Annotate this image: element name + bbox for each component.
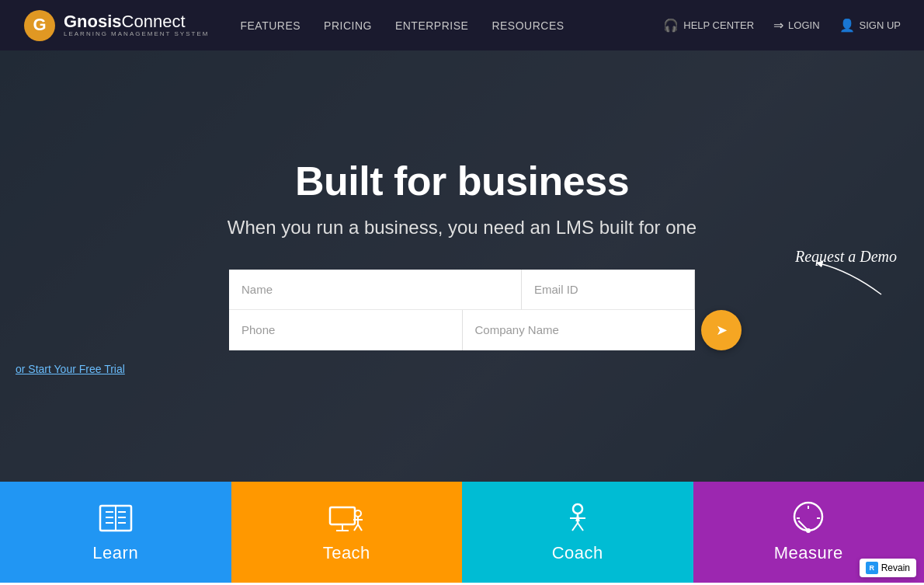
help-center-label: HELP CENTER xyxy=(683,19,754,31)
svg-point-26 xyxy=(806,528,811,533)
learn-label: Learn xyxy=(92,543,138,563)
nav-links: FEATURES PRICING ENTERPRISE RESOURCES xyxy=(240,19,663,32)
hero-section: Built for business When you run a busine… xyxy=(0,50,924,482)
tab-learn[interactable]: Learn xyxy=(0,482,231,583)
help-center-link[interactable]: 🎧 HELP CENTER xyxy=(663,18,754,33)
headset-icon: 🎧 xyxy=(663,18,679,33)
book-icon xyxy=(96,501,135,535)
hero-subtitle: When you run a business, you need an LMS… xyxy=(16,217,908,239)
measure-label: Measure xyxy=(774,543,843,563)
phone-input[interactable] xyxy=(229,310,463,350)
svg-rect-10 xyxy=(330,507,355,524)
teach-label: Teach xyxy=(323,543,370,563)
submit-button[interactable]: ➤ xyxy=(701,310,742,350)
form-row-2: ➤ Request a Demo xyxy=(229,310,695,350)
navbar: G GnosisConnect LEARNING MANAGEMENT SYST… xyxy=(0,0,924,50)
send-icon: ➤ xyxy=(716,322,728,339)
nav-resources[interactable]: RESOURCES xyxy=(492,19,564,32)
logo-text: GnosisConnect LEARNING MANAGEMENT SYSTEM xyxy=(64,12,209,38)
signup-form: ➤ Request a Demo or Start Your xyxy=(16,270,908,375)
free-trial-link[interactable]: or Start Your Free Trial xyxy=(16,363,125,375)
login-link[interactable]: ⇒ LOGIN xyxy=(773,18,819,33)
revain-label: Revain xyxy=(881,562,910,573)
email-input[interactable] xyxy=(522,270,695,310)
hero-title: Built for business xyxy=(16,158,908,204)
nav-pricing[interactable]: PRICING xyxy=(324,19,372,32)
nav-right: 🎧 HELP CENTER ⇒ LOGIN 👤 SIGN UP xyxy=(663,18,901,33)
nav-enterprise[interactable]: ENTERPRISE xyxy=(395,19,468,32)
hero-content: Built for business When you run a busine… xyxy=(0,158,924,375)
name-input[interactable] xyxy=(229,270,522,310)
teach-icon xyxy=(327,501,366,535)
svg-text:G: G xyxy=(33,15,46,34)
tab-coach[interactable]: Coach xyxy=(462,482,693,583)
demo-annotation: Request a Demo xyxy=(795,248,897,266)
logo-icon: G xyxy=(23,9,56,42)
coach-label: Coach xyxy=(552,543,603,563)
revain-icon: R xyxy=(866,562,878,574)
user-icon: 👤 xyxy=(839,18,855,33)
svg-line-16 xyxy=(354,524,358,531)
svg-line-22 xyxy=(578,523,583,531)
measure-icon xyxy=(789,501,828,535)
tab-teach[interactable]: Teach xyxy=(231,482,463,583)
bottom-tabs: Learn Teach Coach xyxy=(0,482,924,583)
logo[interactable]: G GnosisConnect LEARNING MANAGEMENT SYST… xyxy=(23,9,209,42)
svg-line-21 xyxy=(572,523,578,531)
svg-point-18 xyxy=(573,504,582,514)
login-icon: ⇒ xyxy=(773,18,783,33)
signup-label: SIGN UP xyxy=(860,19,901,31)
arrow-curve-svg xyxy=(804,256,897,302)
svg-line-17 xyxy=(358,524,362,531)
brand-tagline: LEARNING MANAGEMENT SYSTEM xyxy=(64,31,209,38)
company-input[interactable] xyxy=(463,310,696,350)
revain-badge[interactable]: R Revain xyxy=(860,559,916,577)
signup-link[interactable]: 👤 SIGN UP xyxy=(839,18,901,33)
login-label: LOGIN xyxy=(788,19,819,31)
brand-name: GnosisConnect xyxy=(64,12,209,31)
form-row-1 xyxy=(229,270,695,310)
nav-features[interactable]: FEATURES xyxy=(240,19,300,32)
coach-icon xyxy=(558,501,597,535)
